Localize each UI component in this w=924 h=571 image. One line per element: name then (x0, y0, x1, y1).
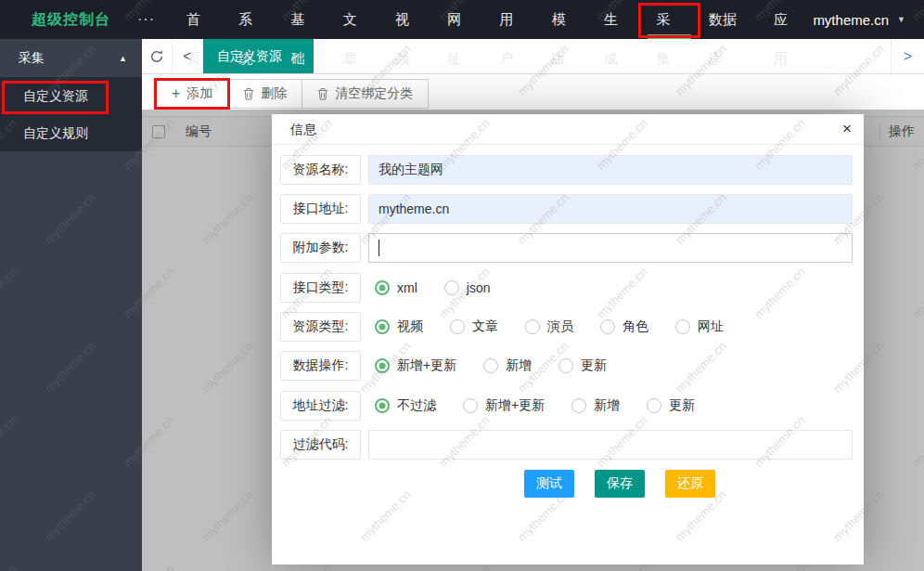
toolbar: + 添加 删除 清空绑定分类 (142, 74, 924, 109)
nav-item-label: 模版 (552, 11, 566, 66)
sidebar-item[interactable]: 自定义规则 (0, 114, 142, 151)
info-dialog: 信息 × 资源名称: 接口地址: 附加参数: 接口类型: xml json 资源… (272, 114, 864, 565)
nav-item[interactable]: 基础 (278, 0, 330, 39)
form-row: 附加参数: (280, 233, 853, 263)
radio-option-label: 新增 (594, 397, 620, 414)
dialog-footer: 测试 保存 还原 (524, 470, 864, 498)
close-dialog-icon[interactable]: × (842, 119, 852, 139)
radio-icon (375, 398, 390, 413)
next-tab-button[interactable]: > (891, 39, 924, 73)
dialog-title: 信息 (290, 122, 316, 136)
form-row: 接口类型: xml json (280, 273, 853, 303)
field-label: 接口类型: (280, 273, 361, 303)
form-row: 过滤代码: (280, 430, 853, 460)
refresh-button[interactable] (142, 39, 173, 73)
sidebar-group-label: 采集 (19, 50, 45, 67)
save-button[interactable]: 保存 (595, 470, 645, 498)
radio-option[interactable]: 演员 (525, 318, 573, 335)
reset-button[interactable]: 还原 (665, 470, 715, 498)
dialog-title-bar: 信息 (272, 114, 864, 145)
nav-item[interactable]: 系统 (225, 0, 277, 39)
form-row: 资源类型: 视频 文章 演员 角色 网址 (280, 312, 853, 342)
user-menu[interactable]: mytheme.cn ▼ (813, 12, 924, 28)
form-row: 地址过滤: 不过滤 新增+更新 新增 更新 (280, 391, 853, 421)
field-label: 资源名称: (280, 155, 361, 185)
radio-icon (444, 280, 459, 295)
plus-icon: + (172, 85, 180, 102)
nav-item[interactable]: 首页 (173, 0, 225, 39)
radio-option-label: 新增+更新 (485, 397, 545, 414)
radio-icon (463, 398, 478, 413)
field-label: 数据操作: (280, 351, 361, 381)
nav-item-label: 视频 (395, 11, 409, 66)
radio-option-label: 新增 (506, 357, 532, 374)
radio-option-label: 不过滤 (397, 397, 436, 414)
radio-icon (600, 319, 615, 334)
radio-option-label: json (467, 280, 491, 295)
field-label: 附加参数: (280, 233, 361, 263)
test-button[interactable]: 测试 (524, 470, 574, 498)
more-menu-icon[interactable]: ··· (128, 11, 164, 28)
nav-item[interactable]: 网址 (434, 0, 486, 39)
nav-item[interactable]: 文章 (330, 0, 382, 39)
chevron-down-icon: ▼ (897, 15, 905, 24)
radio-icon (647, 398, 661, 413)
app-logo: 超级控制台 (0, 10, 128, 30)
tab-bar: < 自定义资源 × > (142, 39, 924, 74)
radio-icon (450, 319, 465, 334)
nav-item[interactable]: 应用 (761, 0, 813, 39)
radio-option[interactable]: 更新 (558, 357, 607, 374)
trash-icon (243, 87, 254, 100)
radio-icon (375, 358, 390, 373)
nav-item-label: 应用 (774, 11, 788, 66)
delete-button[interactable]: 删除 (228, 79, 302, 109)
radio-option[interactable]: 文章 (450, 318, 498, 335)
add-button-label: 添加 (186, 85, 212, 102)
radio-option[interactable]: 新增 (571, 397, 620, 414)
nav-item[interactable]: 用户 (487, 0, 539, 39)
radio-group: 不过滤 新增+更新 新增 更新 (368, 391, 695, 421)
active-nav-underline (648, 34, 690, 39)
add-button[interactable]: + 添加 (156, 79, 228, 109)
radio-option[interactable]: json (444, 280, 491, 295)
field-label: 过滤代码: (280, 430, 361, 460)
nav-item[interactable]: 视频 (382, 0, 434, 39)
text-input[interactable] (368, 233, 853, 263)
nav-item[interactable]: 采集 (643, 0, 695, 39)
text-input[interactable] (368, 155, 853, 185)
radio-option[interactable]: 更新 (647, 397, 695, 414)
clear-binding-button[interactable]: 清空绑定分类 (302, 79, 429, 109)
radio-option[interactable]: 角色 (600, 318, 648, 335)
radio-option[interactable]: 视频 (375, 318, 423, 335)
form-row: 接口地址: (280, 194, 853, 224)
radio-option-label: 网址 (698, 318, 724, 335)
field-label: 地址过滤: (280, 391, 361, 421)
radio-icon (525, 319, 540, 334)
radio-option[interactable]: 网址 (675, 318, 724, 335)
sidebar-submenu: 自定义资源 自定义规则 (0, 77, 142, 151)
field-label: 资源类型: (280, 312, 361, 342)
dialog-form: 资源名称: 接口地址: 附加参数: 接口类型: xml json 资源类型: 视… (272, 145, 864, 460)
refresh-icon (149, 49, 164, 64)
form-row: 资源名称: (280, 155, 853, 185)
text-input[interactable] (368, 430, 853, 460)
chevron-right-icon: > (904, 48, 912, 65)
sidebar-item-label: 自定义规则 (23, 125, 88, 140)
radio-option[interactable]: 新增 (483, 357, 532, 374)
main-nav: 首页 系统 基础 文章 视频 网址 用户 模版 (173, 0, 813, 39)
radio-option[interactable]: 新增+更新 (463, 397, 545, 414)
radio-option[interactable]: 新增+更新 (375, 357, 456, 374)
radio-option[interactable]: xml (375, 280, 417, 295)
field-input-wrap (368, 233, 853, 263)
radio-option-label: xml (397, 280, 417, 295)
text-input[interactable] (368, 194, 853, 224)
nav-item-label: 文章 (343, 11, 357, 66)
radio-option-label: 更新 (669, 397, 695, 414)
nav-item[interactable]: 数据库 (696, 0, 761, 39)
sidebar-item[interactable]: 自定义资源 (0, 77, 142, 114)
nav-item[interactable]: 生成 (591, 0, 643, 39)
radio-option[interactable]: 不过滤 (375, 397, 436, 414)
nav-item[interactable]: 模版 (539, 0, 591, 39)
collapse-arrow-icon: ▲ (119, 54, 127, 63)
sidebar-group-caiji[interactable]: 采集 ▲ (0, 39, 142, 77)
